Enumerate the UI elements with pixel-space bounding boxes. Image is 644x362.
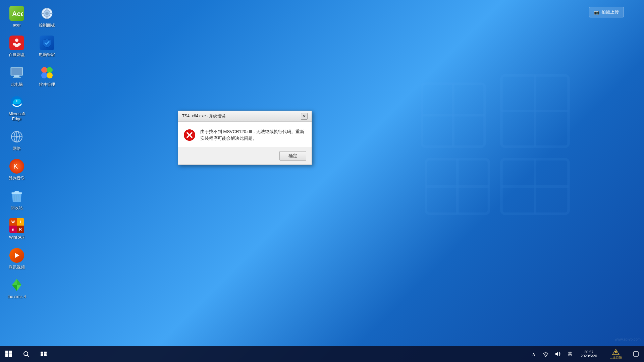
error-icon (183, 129, 196, 141)
start-button[interactable] (0, 346, 17, 362)
dialog-footer: 确定 (178, 147, 312, 165)
recycle-label: 回收站 (11, 205, 23, 210)
baidu-label: 百度网盘 (9, 52, 25, 57)
taskbar-clock[interactable]: 20:57 2020/5/20 (577, 346, 601, 362)
svg-point-47 (47, 72, 53, 78)
desktop-icon-winrar[interactable]: W i n R WinRAR (3, 216, 30, 242)
video-label: 腾讯视频 (9, 265, 25, 269)
svg-rect-59 (44, 352, 47, 354)
upload-button-label: 拍摄上传 (601, 9, 619, 15)
tray-language[interactable]: 英 (565, 346, 575, 362)
video-icon (9, 247, 25, 263)
svg-rect-53 (9, 351, 12, 354)
desktop-icon-edge[interactable]: Microsoft Edge (3, 92, 30, 123)
svg-marker-34 (17, 279, 21, 285)
svg-rect-65 (634, 352, 638, 356)
desktop-icon-music[interactable]: K 酷狗音乐 (3, 156, 30, 182)
svg-point-16 (15, 44, 19, 47)
svg-line-29 (14, 195, 15, 201)
svg-point-64 (615, 351, 617, 353)
svg-marker-36 (17, 285, 21, 291)
dialog-title: TS4_x64.exe - 系统错误 (182, 113, 225, 119)
wifi-icon (543, 351, 549, 357)
desktop-icon-control[interactable]: 控制面板 (34, 3, 60, 29)
watermark: www.zd-yp.com (615, 337, 641, 342)
edge-label: Microsoft Edge (5, 112, 28, 121)
desktop-icon-baidu[interactable]: 百度网盘 (3, 33, 30, 59)
desktop-icon-sims4[interactable]: the sims 4 (3, 275, 30, 301)
control-icon (39, 5, 55, 21)
svg-rect-54 (5, 354, 8, 357)
svg-point-13 (15, 39, 18, 42)
dialog-ok-button[interactable]: 确定 (279, 151, 306, 161)
desktop: 📷 拍摄上传 Acer acer (0, 0, 644, 362)
desktop-icon-pc[interactable]: 此电脑 (3, 63, 30, 89)
pc-icon (9, 65, 25, 81)
camera-icon: 📷 (594, 10, 599, 15)
music-label: 酷狗音乐 (9, 176, 25, 180)
upload-button[interactable]: 📷 拍摄上传 (589, 7, 624, 17)
svg-point-46 (41, 72, 47, 78)
svg-rect-61 (44, 354, 47, 356)
desktop-icon-network[interactable]: 网络 (3, 127, 30, 153)
svg-text:Acer: Acer (12, 10, 23, 17)
desktop-icon-recycle[interactable]: 回收站 (3, 186, 30, 212)
taskbar: ∧ 英 20:5 (0, 346, 644, 362)
dialog-close-button[interactable]: ✕ (301, 113, 308, 120)
edge-icon (9, 94, 25, 110)
network-icon (9, 129, 25, 145)
acer-icon: Acer (9, 5, 25, 21)
windows-icon (5, 350, 13, 358)
desktop-icon-software[interactable]: 软件管理 (34, 63, 60, 89)
security-label: 电脑管家 (39, 52, 55, 57)
software-icon (39, 65, 55, 81)
system-tray: ∧ 英 20:5 (526, 346, 644, 362)
svg-text:K: K (13, 163, 18, 170)
desktop-icon-video[interactable]: 腾讯视频 (3, 245, 30, 272)
desktop-icons-container: Acer acer 百度网盘 (3, 3, 57, 305)
svg-point-45 (47, 67, 53, 73)
tray-sanjin[interactable]: 三金自拍 (602, 346, 629, 362)
clock-time: 20:57 (584, 350, 594, 354)
svg-rect-58 (41, 352, 43, 354)
software-label: 软件管理 (39, 82, 55, 87)
taskview-icon (40, 351, 47, 357)
winrar-label: WinRAR (9, 235, 24, 240)
svg-point-62 (545, 356, 546, 357)
svg-rect-52 (5, 351, 8, 354)
sims4-label: the sims 4 (8, 294, 26, 299)
winrar-icon: W i n R (9, 218, 25, 234)
watermark-url: www.zd-yp.com (615, 337, 641, 341)
taskbar-search-button[interactable] (17, 346, 35, 362)
svg-line-31 (19, 195, 19, 201)
recycle-icon (9, 188, 25, 204)
tray-chevron[interactable]: ∧ (528, 346, 539, 362)
taskview-button[interactable] (35, 346, 52, 362)
windows-logo-watermark (409, 50, 577, 218)
clock-date: 2020/5/20 (581, 354, 597, 358)
control-label: 控制面板 (39, 23, 55, 27)
tray-network[interactable] (540, 346, 551, 362)
svg-rect-55 (9, 354, 12, 357)
baidu-icon (9, 35, 25, 51)
language-label: 英 (568, 351, 572, 357)
notification-icon (633, 351, 639, 357)
desktop-icon-acer[interactable]: Acer acer (3, 3, 30, 29)
tray-notification[interactable] (631, 346, 641, 362)
svg-rect-28 (11, 192, 22, 194)
dialog-body: 由于找不到 MSVCR120.dll，无法继续执行代码。重新安装程序可能会解决此… (178, 122, 312, 147)
svg-rect-20 (13, 77, 21, 78)
svg-rect-18 (11, 68, 22, 75)
svg-point-39 (45, 12, 49, 15)
svg-rect-60 (41, 354, 43, 356)
volume-icon (555, 351, 561, 357)
sanjin-icon (612, 349, 620, 355)
desktop-icon-security[interactable]: 电脑管家 (34, 33, 60, 59)
svg-marker-35 (12, 285, 17, 291)
svg-marker-63 (555, 352, 558, 356)
tray-volume[interactable] (552, 346, 563, 362)
acer-label: acer (13, 23, 20, 27)
music-icon: K (9, 158, 25, 174)
sims4-icon (9, 277, 25, 293)
dialog-titlebar: TS4_x64.exe - 系统错误 ✕ (178, 111, 312, 122)
